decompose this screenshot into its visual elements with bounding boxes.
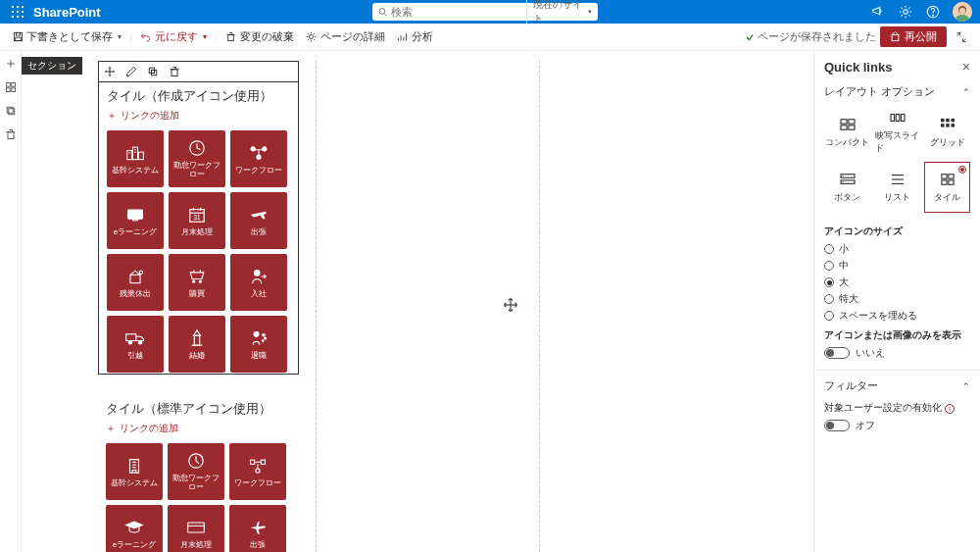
tile-clock2[interactable]: 勤怠ワークフロー bbox=[168, 443, 224, 500]
republish-button[interactable]: 再公開 bbox=[880, 26, 947, 47]
tile-plane[interactable]: 出張 bbox=[230, 192, 287, 249]
tile-retire[interactable]: 退職 bbox=[230, 316, 287, 373]
tile-card[interactable]: 月末処理 bbox=[168, 505, 224, 552]
tile-truck[interactable]: 引越 bbox=[107, 316, 164, 373]
webpart-title[interactable]: タイル（作成アイコン使用） bbox=[107, 87, 290, 105]
svg-point-59 bbox=[128, 340, 131, 343]
compact-icon bbox=[838, 117, 858, 132]
page-details-icon bbox=[306, 31, 318, 43]
search-box[interactable]: 現在のサイト▾ bbox=[372, 3, 598, 21]
building2-icon bbox=[123, 456, 145, 476]
tile-clock[interactable]: 勤怠ワークフロー bbox=[169, 130, 225, 187]
section-icon[interactable] bbox=[4, 80, 18, 94]
search-scope[interactable]: 現在のサイト▾ bbox=[526, 0, 592, 25]
delete-icon[interactable] bbox=[4, 127, 18, 141]
info-icon[interactable]: i bbox=[945, 404, 955, 414]
duplicate-icon[interactable] bbox=[146, 65, 160, 78]
svg-point-63 bbox=[254, 331, 259, 336]
svg-rect-100 bbox=[948, 179, 953, 183]
user-avatar[interactable] bbox=[953, 2, 972, 22]
tile-flow2[interactable]: ワークフロー bbox=[229, 443, 286, 500]
svg-rect-45 bbox=[133, 219, 138, 221]
size-radio-特大[interactable]: 特大 bbox=[824, 292, 970, 306]
add-section-icon[interactable] bbox=[4, 57, 18, 71]
undo-icon bbox=[140, 31, 152, 43]
move-handle-icon[interactable] bbox=[502, 296, 521, 316]
filmstrip-icon bbox=[888, 110, 907, 125]
help-icon[interactable] bbox=[925, 4, 941, 20]
svg-rect-61 bbox=[194, 335, 199, 345]
trash-icon[interactable] bbox=[168, 65, 181, 78]
size-radio-スペースを埋める[interactable]: スペースを埋める bbox=[824, 309, 970, 323]
layout-option-list[interactable]: リスト bbox=[874, 162, 920, 213]
tile-flow[interactable]: ワークフロー bbox=[230, 130, 287, 187]
svg-rect-58 bbox=[126, 333, 136, 340]
entry-icon bbox=[248, 267, 270, 286]
edit-icon[interactable] bbox=[124, 65, 138, 78]
copy-icon[interactable] bbox=[4, 104, 18, 118]
svg-point-60 bbox=[138, 340, 141, 343]
move-icon[interactable] bbox=[103, 65, 117, 78]
tile-label: eラーニング bbox=[111, 541, 158, 550]
tile-label: 引越 bbox=[125, 352, 145, 361]
tile-buildings[interactable]: 基幹システム bbox=[107, 130, 164, 187]
layout-option-button[interactable]: ボタン bbox=[824, 162, 870, 213]
webpart-title[interactable]: タイル（標準アイコン使用） bbox=[106, 400, 291, 418]
cart-icon bbox=[186, 267, 208, 286]
size-radio-小[interactable]: 小 bbox=[824, 242, 970, 256]
analytics-button[interactable]: 分析 bbox=[393, 27, 437, 46]
svg-line-10 bbox=[385, 14, 387, 16]
add-link-button[interactable]: ＋リンクの追加 bbox=[106, 422, 291, 435]
layout-section-header[interactable]: レイアウト オプション ⌃ bbox=[824, 84, 970, 99]
tile-grad[interactable]: eラーニング bbox=[106, 505, 163, 552]
icon-only-toggle[interactable] bbox=[824, 347, 850, 359]
svg-point-66 bbox=[262, 339, 264, 341]
icon-only-header: アイコンまたは画像のみを表示 bbox=[824, 328, 970, 342]
discard-button[interactable]: 変更の破棄 bbox=[221, 27, 298, 46]
audience-toggle[interactable] bbox=[824, 420, 850, 431]
svg-rect-86 bbox=[951, 118, 955, 122]
quicklinks-webpart-2[interactable]: タイル（標準アイコン使用） ＋リンクの追加 基幹システム勤怠ワークフローワークフ… bbox=[98, 394, 299, 552]
svg-point-57 bbox=[255, 270, 260, 275]
vertical-rail bbox=[0, 51, 22, 552]
tile-entry[interactable]: 入社 bbox=[230, 254, 287, 311]
svg-rect-88 bbox=[946, 124, 950, 127]
search-input[interactable] bbox=[391, 6, 526, 18]
tile-plane2[interactable]: 出張 bbox=[229, 505, 286, 552]
save-draft-button[interactable]: 下書きとして保存 ▾ bbox=[8, 27, 125, 46]
app-launcher-icon[interactable] bbox=[8, 2, 27, 22]
tile-label: eラーニング bbox=[112, 228, 159, 237]
svg-point-74 bbox=[256, 469, 260, 473]
tile-label: ワークフロー bbox=[233, 167, 284, 176]
layout-label: リスト bbox=[884, 191, 910, 204]
layout-option-grid[interactable]: グリッド bbox=[924, 107, 970, 158]
layout-option-compact[interactable]: コンパクト bbox=[824, 107, 870, 158]
filter-section-header[interactable]: フィルター ⌃ bbox=[824, 378, 970, 393]
close-icon[interactable]: × bbox=[962, 59, 970, 75]
megaphone-icon[interactable] bbox=[870, 4, 886, 20]
page-details-button[interactable]: ページの詳細 bbox=[302, 27, 389, 46]
layout-option-filmstrip[interactable]: 映写スライド bbox=[874, 107, 920, 158]
svg-rect-27 bbox=[11, 88, 15, 92]
svg-rect-21 bbox=[228, 34, 234, 40]
tile-learn[interactable]: eラーニング bbox=[107, 192, 164, 249]
search-icon bbox=[378, 7, 387, 17]
tile-cart[interactable]: 購買 bbox=[169, 254, 225, 311]
svg-rect-81 bbox=[891, 115, 895, 122]
tile-overtime[interactable]: 残業休出 bbox=[107, 254, 164, 311]
layout-option-tile[interactable]: タイル bbox=[924, 162, 970, 213]
wedding-icon bbox=[186, 328, 208, 348]
undo-button[interactable]: 元に戻す ▾ bbox=[136, 27, 211, 46]
size-radio-中[interactable]: 中 bbox=[824, 259, 970, 273]
tile-calendar[interactable]: 31月末処理 bbox=[169, 192, 225, 249]
svg-rect-24 bbox=[6, 83, 10, 87]
tile-wedding[interactable]: 結婚 bbox=[169, 316, 225, 373]
flow2-icon bbox=[247, 456, 269, 476]
radio-label: 特大 bbox=[839, 292, 858, 306]
collapse-pane-button[interactable] bbox=[951, 26, 972, 48]
tile-building2[interactable]: 基幹システム bbox=[106, 443, 163, 500]
quicklinks-webpart-1[interactable]: タイル（作成アイコン使用） ＋リンクの追加 基幹システム勤怠ワークフローワークフ… bbox=[98, 61, 299, 375]
size-radio-大[interactable]: 大 bbox=[824, 276, 970, 289]
settings-icon[interactable] bbox=[898, 4, 913, 20]
add-link-button[interactable]: ＋リンクの追加 bbox=[107, 109, 290, 123]
